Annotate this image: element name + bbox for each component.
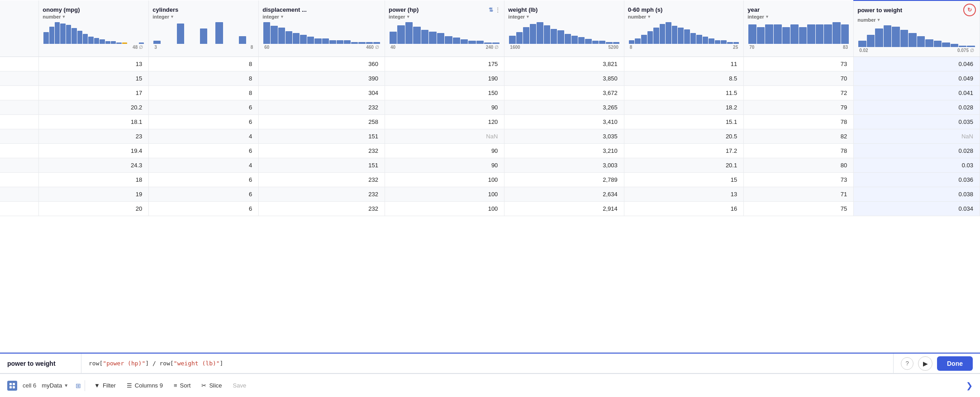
hist-bar: [790, 24, 799, 44]
formula-done-button[interactable]: Done: [937, 356, 973, 371]
col-type-weight[interactable]: integer ▼: [508, 14, 530, 19]
hist-bar: [111, 41, 116, 44]
formula-actions: ? ▶ Done: [893, 354, 980, 373]
hist-bar: [606, 42, 612, 44]
col-title-power: power (hp): [389, 6, 419, 13]
table-row: 1862321002,78915730.036: [0, 173, 980, 187]
filter-button[interactable]: ▼ Filter: [89, 379, 121, 392]
col-type-row-cylinders: integer ▼: [152, 14, 255, 19]
table-container: onomy (mpg)number ▼48 ∅cylindersinteger …: [0, 0, 980, 353]
hist-bar: [660, 24, 666, 44]
range-max: 460 ∅: [366, 45, 379, 50]
col-type-economy[interactable]: number ▼: [43, 14, 66, 19]
histogram-economy: [43, 21, 145, 45]
save-button[interactable]: Save: [228, 379, 252, 392]
chevron-right-icon[interactable]: ❯: [966, 381, 973, 391]
table-row: 1783041503,67211.5720.041: [0, 86, 980, 100]
hist-bar: [757, 27, 765, 44]
cell-power: 190: [385, 71, 504, 86]
col-type-cylinders[interactable]: integer ▼: [152, 14, 174, 19]
save-label: Save: [233, 382, 247, 389]
col-header-accel[interactable]: 0-60 mph (s)number ▼825: [624, 0, 743, 57]
col-header-displacement[interactable]: displacement ...integer ▼60460 ∅: [259, 0, 385, 57]
hist-bar: [437, 33, 444, 44]
col-type-row-accel: number ▼: [628, 14, 740, 19]
col-header-power[interactable]: power (hp)⇅⋮integer ▼40240 ∅: [385, 0, 504, 57]
hist-bar: [733, 42, 739, 44]
hist-bar: [833, 22, 841, 44]
datasource-name: myData: [42, 382, 62, 389]
hist-bar: [88, 37, 93, 44]
hist-bar: [239, 36, 246, 44]
cell-power: 100: [385, 173, 504, 187]
table-row: 20.26232903,26518.2790.028: [0, 100, 980, 115]
hist-bar: [358, 42, 365, 44]
sort-button[interactable]: ≡ Sort: [168, 379, 196, 392]
cell-year: 82: [744, 129, 854, 144]
svg-rect-1: [13, 383, 15, 385]
cell-accel: 11.5: [624, 86, 743, 100]
recalc-icon[interactable]: ↻: [963, 4, 976, 16]
hist-bar: [641, 35, 647, 44]
hist-bar: [329, 40, 336, 44]
formula-run-button[interactable]: ▶: [918, 356, 932, 371]
hist-bar: [453, 38, 460, 44]
col-type-ptw[interactable]: number ▼: [857, 17, 880, 23]
cell-ptw: 0.049: [854, 71, 980, 86]
col-type-year[interactable]: integer ▼: [747, 14, 769, 19]
sort-asc-icon[interactable]: ⇅: [489, 7, 493, 13]
cell-displacement: 360: [259, 57, 385, 71]
slice-button[interactable]: ✂ Slice: [196, 379, 227, 392]
col-menu-icon[interactable]: ⋮: [495, 7, 500, 13]
hist-bar: [599, 41, 605, 44]
cell-economy: 24.3: [39, 158, 149, 173]
col-title-year: year: [747, 6, 760, 13]
col-header-economy[interactable]: onomy (mpg)number ▼48 ∅: [39, 0, 149, 57]
col-type-row-ptw: number ▼: [857, 17, 976, 23]
cell-weight: 3,672: [504, 86, 624, 100]
bottom-toolbar: cell 6 myData ▼ ⊞ ▼ Filter ☰ Columns 9 ≡…: [0, 373, 980, 397]
datasource-selector[interactable]: myData ▼: [42, 382, 68, 389]
range-min: 3: [154, 45, 157, 50]
hist-bar: [77, 31, 82, 44]
table-row: 234151NaN3,03520.582NaN: [0, 129, 980, 144]
range-max: 5200: [609, 45, 618, 50]
sort-label: Sort: [180, 382, 191, 389]
cell-accel: 18.2: [624, 100, 743, 115]
cell-power: 100: [385, 202, 504, 216]
histogram-power: [389, 21, 500, 45]
hist-bar: [909, 33, 916, 47]
col-header-ptw[interactable]: power to weight↻number ▼0.020.075 ∅: [854, 0, 980, 57]
cell-displacement: 232: [259, 202, 385, 216]
cell-ptw: 0.028: [854, 144, 980, 158]
hist-bar: [782, 27, 790, 44]
columns-button[interactable]: ☰ Columns 9: [121, 379, 168, 392]
hist-bar: [344, 40, 351, 44]
hist-bar: [571, 36, 578, 44]
cell-displacement: 390: [259, 71, 385, 86]
cell-economy: 18.1: [39, 115, 149, 129]
table-row: 1383601753,82111730.046: [0, 57, 980, 71]
col-type-accel[interactable]: number ▼: [628, 14, 651, 19]
hist-bar: [105, 41, 110, 44]
row-number: [0, 173, 39, 187]
col-type-displacement[interactable]: integer ▼: [262, 14, 284, 19]
col-header-cylinders[interactable]: cylindersinteger ▼38: [149, 0, 259, 57]
table-row: 1583901903,8508.5700.049: [0, 71, 980, 86]
col-header-year[interactable]: yearinteger ▼7083: [744, 0, 854, 57]
formula-expression[interactable]: row["power (hp)"] / row["weight (lb)"]: [81, 354, 893, 373]
col-type-power[interactable]: integer ▼: [389, 14, 410, 19]
hist-bar: [647, 31, 653, 44]
formula-help-button[interactable]: ?: [901, 357, 913, 370]
cell-weight: 2,634: [504, 187, 624, 202]
svg-rect-3: [13, 386, 15, 388]
cell-displacement: 232: [259, 187, 385, 202]
hist-bar: [892, 27, 899, 47]
hist-bar: [900, 30, 908, 47]
hist-bar: [263, 22, 270, 44]
col-header-weight[interactable]: weight (lb)integer ▼16005200: [504, 0, 624, 57]
hist-bar: [585, 39, 591, 44]
cell-icon: [7, 381, 17, 391]
hist-bar: [807, 24, 815, 44]
cell-ptw: 0.038: [854, 187, 980, 202]
